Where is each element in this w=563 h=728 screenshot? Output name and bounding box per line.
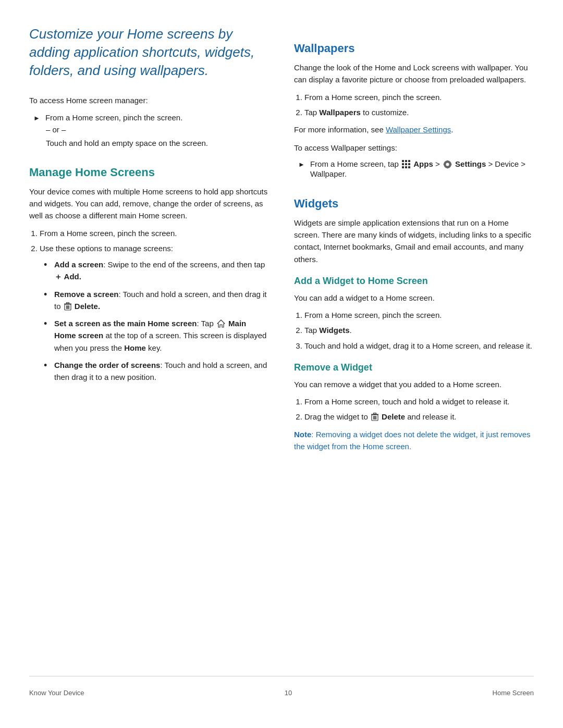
svg-rect-9	[447, 160, 448, 162]
svg-marker-6	[217, 320, 225, 327]
bullet-remove-end: Delete.	[75, 302, 100, 311]
remove-widget-steps: From a Home screen, touch and hold a wid…	[304, 396, 534, 423]
add-widget-description: You can add a widget to a Home screen.	[294, 292, 534, 304]
manage-steps: From a Home screen, pinch the screen. Us…	[40, 227, 269, 384]
arrow-icon-2: ►	[298, 161, 305, 168]
manage-description: Your device comes with multiple Home scr…	[29, 186, 269, 222]
intro-bullet1: ► From a Home screen, pinch the screen.	[29, 113, 269, 122]
wallpapers-step1: From a Home screen, pinch the screen.	[304, 91, 534, 103]
bullet-set-text: : Tap	[197, 319, 215, 328]
svg-rect-16	[375, 416, 376, 419]
footer-right: Home Screen	[493, 689, 534, 697]
svg-rect-2	[67, 305, 68, 309]
remove-step1: From a Home screen, touch and hold a wid…	[304, 396, 534, 408]
svg-rect-1	[66, 305, 67, 309]
bullet-remove: Remove a screen: Touch and hold a screen…	[44, 288, 269, 313]
bullet-remove-label: Remove a screen	[54, 290, 118, 299]
wallpapers-steps: From a Home screen, pinch the screen. Ta…	[304, 91, 534, 119]
manage-heading: Manage Home Screens	[29, 166, 269, 179]
intro-access-label: To access Home screen manager:	[29, 94, 269, 106]
arrow-icon: ►	[33, 114, 40, 122]
wallpapers-more-info: For more information, see Wallpaper Sett…	[294, 124, 534, 135]
manage-options: Add a screen: Swipe to the end of the sc…	[44, 258, 269, 383]
page-footer: Know Your Device 10 Home Screen	[29, 676, 534, 697]
wallpapers-description: Change the look of the Home and Lock scr…	[294, 61, 534, 86]
intro-title: Customize your Home screens by adding ap…	[29, 25, 269, 80]
bullet-add-text: : Swipe to the end of the screens, and t…	[103, 260, 265, 269]
page: Customize your Home screens by adding ap…	[0, 0, 563, 728]
bullet-set-home: Home	[124, 343, 146, 352]
bullet-change-label: Change the order of screens	[54, 361, 160, 369]
svg-rect-18	[373, 413, 376, 414]
svg-rect-12	[450, 164, 451, 165]
manage-step2: Use these options to manage screens: Add…	[40, 242, 269, 384]
svg-rect-3	[68, 305, 69, 309]
settings-gear-icon	[443, 159, 452, 169]
wallpapers-step2: Tap Wallpapers to customize.	[304, 106, 534, 118]
svg-rect-10	[447, 167, 448, 168]
bullet-set-label: Set a screen as the main Home screen	[54, 319, 197, 328]
left-column: Customize your Home screens by adding ap…	[29, 25, 269, 676]
add-step3: Touch and hold a widget, drag it to a Ho…	[304, 340, 534, 352]
plus-icon: ＋	[54, 272, 62, 281]
trash-icon	[63, 302, 75, 311]
remove-widget-description: You can remove a widget that you added t…	[294, 378, 534, 390]
wallpapers-access-label: To access Wallpaper settings:	[294, 142, 534, 154]
intro-bullet1-text: From a Home screen, pinch the screen.	[45, 113, 182, 122]
widgets-heading: Widgets	[294, 197, 534, 211]
add-widget-heading: Add a Widget to Home Screen	[294, 276, 534, 287]
home-icon	[216, 319, 228, 328]
svg-rect-14	[373, 416, 374, 419]
bullet-add: Add a screen: Swipe to the end of the sc…	[44, 258, 269, 283]
footer-left: Know Your Device	[29, 689, 84, 697]
footer-center: 10	[285, 689, 292, 697]
remove-step2: Drag the widget to Delete and release it…	[304, 411, 534, 423]
bullet-add-label: Add a screen	[54, 260, 103, 269]
or-line: – or –	[29, 125, 269, 134]
wallpapers-access-bullet: ► From a Home screen, tap Apps >	[294, 159, 534, 178]
wallpapers-heading: Wallpapers	[294, 42, 534, 55]
trash-icon-2	[370, 412, 382, 421]
wallpapers-access-text: From a Home screen, tap Apps >	[310, 159, 534, 178]
touch-hold-text: Touch and hold an empty space on the scr…	[29, 137, 269, 149]
bullet-change: Change the order of screens: Touch and h…	[44, 359, 269, 384]
widgets-note: Note: Removing a widget does not delete …	[294, 428, 534, 453]
svg-rect-15	[374, 416, 375, 419]
bullet-set: Set a screen as the main Home screen: Ta…	[44, 317, 269, 354]
svg-rect-11	[443, 164, 445, 165]
apps-grid-icon	[402, 160, 410, 168]
add-step1: From a Home screen, pinch the screen.	[304, 309, 534, 321]
remove-widget-heading: Remove a Widget	[294, 362, 534, 373]
bullet-add-end: Add.	[62, 272, 81, 281]
widgets-description: Widgets are simple application extension…	[294, 217, 534, 265]
wallpaper-settings-link[interactable]: Wallpaper Settings	[386, 125, 451, 134]
add-step2: Tap Widgets.	[304, 324, 534, 336]
bullet-set-key: key.	[146, 343, 162, 352]
manage-step1: From a Home screen, pinch the screen.	[40, 227, 269, 239]
svg-point-8	[446, 163, 449, 166]
add-widget-steps: From a Home screen, pinch the screen. Ta…	[304, 309, 534, 352]
right-column: Wallpapers Change the look of the Home a…	[294, 25, 534, 676]
content-area: Customize your Home screens by adding ap…	[29, 25, 534, 676]
svg-rect-5	[66, 302, 69, 303]
